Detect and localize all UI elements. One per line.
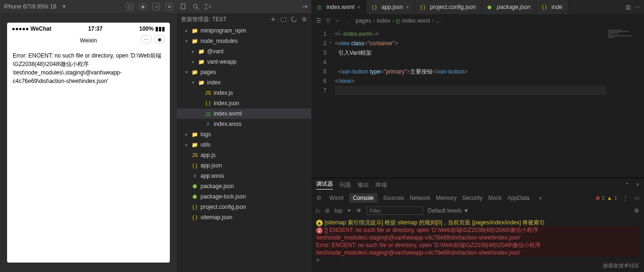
eye-icon[interactable]: 👁 xyxy=(356,207,362,214)
phone-title: Weixin ⋯ ◉ xyxy=(7,35,170,46)
tree-item[interactable]: { }app.json xyxy=(177,160,311,171)
new-file-icon[interactable] xyxy=(270,16,276,23)
svg-point-3 xyxy=(205,4,207,6)
tree-item[interactable]: ▾📁pages xyxy=(177,67,311,77)
main-area: ◫index.wxml×{ }app.json×{ }project.confi… xyxy=(311,0,644,272)
devtools-tab[interactable]: Sources xyxy=(383,195,404,201)
code-editor[interactable]: ⌄ 1234567 <!--index.wxml--><view class="… xyxy=(311,27,644,178)
svg-point-1 xyxy=(193,4,197,8)
simulator-toolbar: iPhone 6/7/8 85% 16▼ ▢ ◉ ◁ ⧉ xyxy=(0,0,177,13)
breadcrumb[interactable]: pages›index›◫index.wxml›... xyxy=(356,17,441,24)
editor-tabs: ◫index.wxml×{ }app.json×{ }project.confi… xyxy=(311,0,644,14)
editor-tab[interactable]: ⬢package.json xyxy=(482,0,536,14)
terminal-subtabs: ⯐ WxmlConsoleSourcesNetworkMemorySecurit… xyxy=(311,191,644,205)
tree-item[interactable]: ◫index.wxml xyxy=(177,108,311,119)
play-icon[interactable]: ▷ xyxy=(316,207,320,214)
close-icon[interactable]: × xyxy=(636,181,639,188)
panel-iconbar xyxy=(177,0,311,13)
nav-fwd-icon[interactable]: → xyxy=(345,17,351,24)
console-controls: ▷ ⊘ top▼ 👁 Default levels ▼ ⚙ xyxy=(311,205,644,217)
rotate-icon[interactable]: ▢ xyxy=(126,3,134,10)
simulator-panel: iPhone 6/7/8 85% 16▼ ▢ ◉ ◁ ⧉ ●●●●● WeCha… xyxy=(0,0,177,272)
tree-item[interactable]: ⬢package-lock.json xyxy=(177,191,311,202)
devtools-tab[interactable]: Network xyxy=(410,195,430,201)
panel-icon[interactable]: ▭ xyxy=(634,195,639,201)
fold-icon[interactable]: ⌄ xyxy=(328,39,332,44)
tree-item[interactable]: ⬢package.json xyxy=(177,181,311,191)
svg-rect-0 xyxy=(181,4,185,9)
terminal-tab[interactable]: 调试器 xyxy=(316,180,333,190)
devtools-tab[interactable]: Mock xyxy=(488,195,502,201)
tree-item[interactable]: ▸📁logs xyxy=(177,129,311,140)
more-icon[interactable]: ⋯ xyxy=(635,4,640,10)
editor-tab[interactable]: ◫index.wxml× xyxy=(311,0,367,14)
devtools-tab[interactable]: Security xyxy=(462,195,482,201)
tree-item[interactable]: JSapp.js xyxy=(177,150,311,160)
collapse-all-icon[interactable] xyxy=(301,16,308,23)
explorer-header: 资源管理器: TEST xyxy=(177,13,311,25)
explorer-panel: 资源管理器: TEST ▸📁miniprogram_npm▾📁node_modu… xyxy=(177,0,311,272)
file-tree[interactable]: ▸📁miniprogram_npm▾📁node_modules▸📁@vant▸📁… xyxy=(177,25,311,272)
terminal-panel: 调试器问题输出终端 ⌃ × ⯐ WxmlConsoleSourcesNetwor… xyxy=(311,178,644,272)
terminal-tabs: 调试器问题输出终端 ⌃ × xyxy=(311,178,644,191)
copyright: @掘金技术社区 xyxy=(603,262,639,269)
gear-icon[interactable]: ⚙ xyxy=(634,207,639,214)
console-output[interactable]: ▲[sitemap 索引情况提示] 根据 sitemap 的规则[0]，当前页面… xyxy=(311,217,644,272)
terminal-tab[interactable]: 输出 xyxy=(358,181,369,189)
tree-item[interactable]: #index.wxss xyxy=(177,119,311,129)
tree-item[interactable]: ▸📁utils xyxy=(177,140,311,150)
device-label[interactable]: iPhone 6/7/8 85% 16 xyxy=(4,3,56,10)
svg-point-5 xyxy=(209,6,211,8)
tree-item[interactable]: ▸📁vant-weapp xyxy=(177,57,311,67)
target-icon[interactable]: ◉ xyxy=(154,35,165,43)
devtools-tab[interactable]: Memory xyxy=(436,195,456,201)
svg-point-4 xyxy=(205,8,207,9)
tree-item[interactable]: #app.wxss xyxy=(177,171,311,181)
tree-item[interactable]: { }index.json xyxy=(177,98,311,108)
files-icon[interactable] xyxy=(180,3,187,10)
terminal-tab[interactable]: 终端 xyxy=(376,181,387,189)
editor-tab[interactable]: { }project.config.json xyxy=(415,0,482,14)
dock-icon[interactable]: ⋮ xyxy=(623,195,628,201)
clear-icon[interactable]: ⊘ xyxy=(325,207,330,214)
context-select[interactable]: top xyxy=(335,207,343,214)
tree-item[interactable]: JSindex.js xyxy=(177,88,311,98)
phone-frame: ●●●●● WeChat 17:37 100% ▮▮▮ Weixin ⋯ ◉ E… xyxy=(7,23,170,263)
editor-tab[interactable]: { }inde xyxy=(536,0,569,14)
tree-item[interactable]: { }sitemap.json xyxy=(177,212,311,223)
chevron-up-icon[interactable]: ⌃ xyxy=(625,181,629,188)
collapse-icon[interactable] xyxy=(301,3,309,10)
devtools-tab[interactable]: AppData xyxy=(507,195,529,201)
terminal-tab[interactable]: 问题 xyxy=(340,181,351,189)
popup-icon[interactable]: ⧉ xyxy=(166,3,173,10)
bookmark-icon[interactable]: ▽ xyxy=(326,17,330,24)
nav-back-icon[interactable]: ← xyxy=(335,17,341,24)
new-folder-icon[interactable] xyxy=(280,16,287,23)
tree-item[interactable]: ▸📁miniprogram_npm xyxy=(177,25,311,36)
list-icon[interactable]: ☰ xyxy=(316,17,321,24)
editor-toolbar: ☰ ▽ ← → pages›index›◫index.wxml›... xyxy=(311,14,644,27)
devtools-tab[interactable]: Console xyxy=(349,193,377,203)
inspect-icon[interactable]: ⯐ xyxy=(316,195,322,201)
tree-item[interactable]: { }project.config.json xyxy=(177,202,311,212)
svg-line-2 xyxy=(197,8,199,9)
branch-icon[interactable] xyxy=(204,3,212,10)
levels-select[interactable]: Default levels ▼ xyxy=(428,207,469,214)
minimap[interactable] xyxy=(606,27,644,178)
tree-item[interactable]: ▾📁node_modules xyxy=(177,36,311,46)
editor-tab[interactable]: { }app.json× xyxy=(367,0,415,14)
record-icon[interactable]: ◉ xyxy=(139,3,147,10)
search-icon[interactable] xyxy=(192,3,200,10)
split-icon[interactable]: ▥ xyxy=(626,4,631,10)
tree-item[interactable]: ▸📁@vant xyxy=(177,46,311,57)
menu-icon[interactable]: ⋯ xyxy=(141,35,152,43)
tree-item[interactable]: ▾📁index xyxy=(177,77,311,88)
back-icon[interactable]: ◁ xyxy=(152,3,160,10)
devtools-tab[interactable]: Wxml xyxy=(329,195,343,201)
error-message: Error: ENOENT: no such file or directory… xyxy=(7,46,170,91)
phone-status-bar: ●●●●● WeChat 17:37 100% ▮▮▮ xyxy=(7,23,170,35)
refresh-icon[interactable] xyxy=(291,16,297,23)
filter-input[interactable] xyxy=(367,206,423,215)
